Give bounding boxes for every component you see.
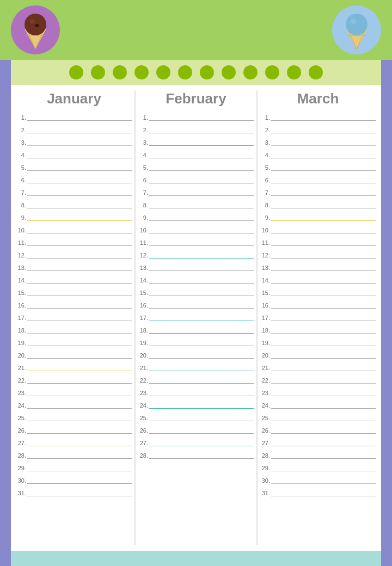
- day-line[interactable]: [27, 183, 132, 183]
- day-line[interactable]: [149, 183, 254, 183]
- day-number: 14.: [16, 278, 27, 284]
- day-line[interactable]: [271, 158, 376, 158]
- day-line[interactable]: [27, 433, 132, 434]
- dot-2: [113, 65, 127, 79]
- day-line[interactable]: [27, 220, 132, 221]
- day-line[interactable]: [271, 120, 376, 121]
- day-line[interactable]: [149, 383, 254, 384]
- line-item: 24.: [16, 398, 132, 409]
- day-line[interactable]: [149, 258, 254, 259]
- day-line[interactable]: [27, 446, 132, 446]
- day-line[interactable]: [27, 321, 132, 321]
- day-line[interactable]: [27, 145, 132, 146]
- day-line[interactable]: [271, 383, 376, 384]
- day-line[interactable]: [149, 308, 254, 309]
- day-line[interactable]: [27, 296, 132, 296]
- day-line[interactable]: [27, 333, 132, 334]
- day-line[interactable]: [271, 208, 376, 208]
- day-number: 1.: [138, 115, 149, 121]
- day-line[interactable]: [271, 183, 376, 183]
- day-line[interactable]: [271, 371, 376, 371]
- day-line[interactable]: [27, 396, 132, 396]
- day-line[interactable]: [271, 496, 376, 496]
- day-line[interactable]: [271, 283, 376, 284]
- day-line[interactable]: [271, 170, 376, 171]
- day-line[interactable]: [27, 496, 132, 496]
- day-line[interactable]: [27, 371, 132, 371]
- day-line[interactable]: [27, 133, 132, 133]
- dot-6: [200, 65, 214, 79]
- day-line[interactable]: [27, 358, 132, 359]
- day-line[interactable]: [149, 283, 254, 284]
- day-line[interactable]: [149, 321, 254, 321]
- day-line[interactable]: [271, 308, 376, 309]
- day-line[interactable]: [27, 346, 132, 346]
- day-line[interactable]: [149, 421, 254, 421]
- day-line[interactable]: [271, 421, 376, 421]
- day-line[interactable]: [27, 283, 132, 284]
- day-line[interactable]: [149, 133, 254, 133]
- day-line[interactable]: [27, 458, 132, 459]
- day-line[interactable]: [271, 233, 376, 233]
- day-line[interactable]: [149, 270, 254, 271]
- day-line[interactable]: [149, 458, 254, 459]
- day-line[interactable]: [149, 145, 254, 146]
- day-line[interactable]: [149, 446, 254, 446]
- day-line[interactable]: [271, 220, 376, 221]
- day-number: 28.: [16, 453, 27, 459]
- day-line[interactable]: [271, 458, 376, 459]
- day-line[interactable]: [271, 270, 376, 271]
- day-line[interactable]: [271, 483, 376, 484]
- day-line[interactable]: [27, 120, 132, 121]
- day-line[interactable]: [27, 195, 132, 196]
- day-line[interactable]: [27, 208, 132, 208]
- day-line[interactable]: [271, 396, 376, 396]
- day-line[interactable]: [27, 471, 132, 471]
- day-line[interactable]: [149, 296, 254, 296]
- day-line[interactable]: [149, 233, 254, 233]
- day-line[interactable]: [271, 296, 376, 296]
- day-line[interactable]: [149, 346, 254, 346]
- day-line[interactable]: [149, 358, 254, 359]
- day-line[interactable]: [271, 133, 376, 133]
- day-line[interactable]: [27, 421, 132, 421]
- day-line[interactable]: [271, 346, 376, 346]
- day-number: 7.: [16, 190, 27, 196]
- day-line[interactable]: [27, 245, 132, 246]
- day-line[interactable]: [271, 195, 376, 196]
- day-line[interactable]: [271, 433, 376, 434]
- day-line[interactable]: [149, 333, 254, 334]
- day-number: 9.: [16, 215, 27, 222]
- day-line[interactable]: [27, 258, 132, 259]
- day-line[interactable]: [27, 483, 132, 484]
- day-line[interactable]: [27, 308, 132, 309]
- day-line[interactable]: [27, 233, 132, 233]
- day-line[interactable]: [271, 471, 376, 471]
- day-line[interactable]: [149, 208, 254, 208]
- line-item: 8.: [138, 198, 254, 209]
- day-line[interactable]: [271, 258, 376, 259]
- day-line[interactable]: [271, 408, 376, 409]
- day-line[interactable]: [149, 195, 254, 196]
- day-line[interactable]: [149, 120, 254, 121]
- day-line[interactable]: [27, 170, 132, 171]
- day-line[interactable]: [27, 408, 132, 409]
- day-line[interactable]: [149, 433, 254, 434]
- day-line[interactable]: [149, 371, 254, 371]
- day-line[interactable]: [271, 446, 376, 446]
- day-line[interactable]: [271, 333, 376, 334]
- day-line[interactable]: [271, 145, 376, 146]
- day-line[interactable]: [27, 270, 132, 271]
- day-line[interactable]: [271, 358, 376, 359]
- day-line[interactable]: [149, 220, 254, 221]
- day-line[interactable]: [271, 321, 376, 321]
- day-line[interactable]: [149, 396, 254, 396]
- day-line[interactable]: [149, 170, 254, 171]
- day-line[interactable]: [271, 245, 376, 246]
- day-line[interactable]: [149, 408, 254, 409]
- day-line[interactable]: [149, 245, 254, 246]
- day-number: 12.: [138, 253, 149, 259]
- day-line[interactable]: [27, 158, 132, 158]
- day-line[interactable]: [27, 383, 132, 384]
- day-line[interactable]: [149, 158, 254, 158]
